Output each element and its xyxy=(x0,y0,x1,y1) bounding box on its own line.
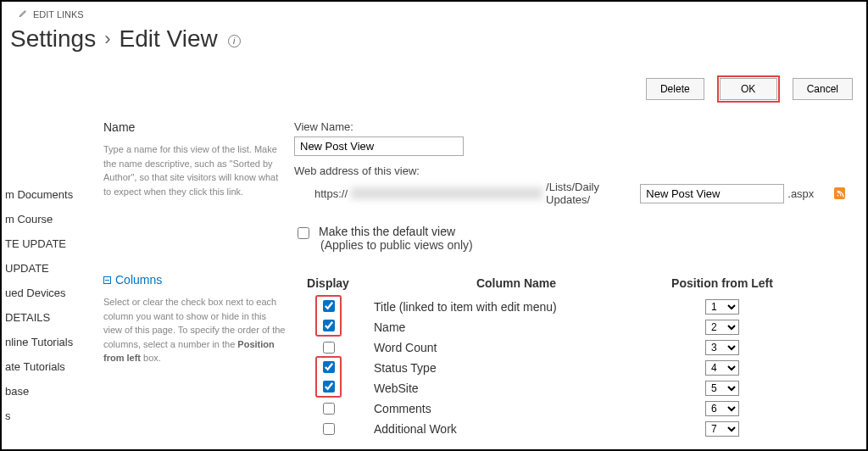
sidebar-item[interactable]: DETAILS xyxy=(5,311,95,324)
sidebar-item[interactable]: UPDATE xyxy=(5,262,95,275)
display-checkbox[interactable] xyxy=(323,300,335,312)
position-select[interactable]: 1234567 xyxy=(705,381,739,396)
url-suffix: .aspx xyxy=(787,187,814,200)
url-row: https:// /Lists/Daily Updates/ .aspx xyxy=(294,181,845,206)
column-name: Status Type xyxy=(362,361,659,375)
default-view-label: Make this the default view xyxy=(319,225,473,238)
section-columns: Columns Select or clear the check box ne… xyxy=(103,273,858,439)
breadcrumb-edit-view: Edit View xyxy=(120,25,218,53)
display-checkbox[interactable] xyxy=(323,361,335,373)
display-checkbox[interactable] xyxy=(323,403,335,415)
column-name: Word Count xyxy=(362,341,659,354)
table-row: Status Type1234567 xyxy=(294,358,786,378)
columns-desc-suffix: box. xyxy=(141,353,161,363)
sidebar-item[interactable]: ued Devices xyxy=(5,287,95,299)
position-select[interactable]: 1234567 xyxy=(705,320,739,335)
svg-point-0 xyxy=(837,195,838,197)
rss-icon[interactable] xyxy=(834,187,845,199)
column-name: Title (linked to item with edit menu) xyxy=(362,300,659,314)
view-name-input[interactable] xyxy=(294,136,464,156)
chevron-right-icon: › xyxy=(104,28,110,50)
table-row: Word Count1234567 xyxy=(294,337,786,358)
column-name: WebSite xyxy=(362,381,659,395)
sidebar-item[interactable]: ate Tutorials xyxy=(5,360,95,373)
columns-header: Display Column Name Position from Left xyxy=(294,273,786,297)
display-checkbox[interactable] xyxy=(323,342,335,354)
table-row: Name1234567 xyxy=(294,317,786,337)
column-name: Name xyxy=(362,320,659,334)
column-name: Comments xyxy=(362,402,659,415)
display-checkbox[interactable] xyxy=(323,320,335,331)
position-select[interactable]: 1234567 xyxy=(705,360,739,376)
columns-table: Display Column Name Position from Left T… xyxy=(294,273,786,439)
url-input[interactable] xyxy=(640,184,784,203)
table-row: Title (linked to item with edit menu)123… xyxy=(294,297,786,317)
delete-button[interactable]: Delete xyxy=(646,78,704,100)
info-icon[interactable]: i xyxy=(228,35,241,47)
position-select[interactable]: 1234567 xyxy=(705,340,739,355)
position-select[interactable]: 1234567 xyxy=(705,401,739,416)
view-name-label: View Name: xyxy=(294,120,845,133)
sidebar-item[interactable]: TE UPDATE xyxy=(5,237,95,250)
col-header-display: Display xyxy=(294,276,362,290)
action-buttons: Delete OK Cancel xyxy=(646,78,853,100)
table-row: Comments1234567 xyxy=(294,398,786,419)
sidebar: m Documentsm CourseTE UPDATEUPDATEued De… xyxy=(2,188,95,422)
edit-links[interactable]: EDIT LINKS xyxy=(19,8,84,19)
table-row: WebSite1234567 xyxy=(294,378,786,398)
name-section-title: Name xyxy=(103,120,286,134)
columns-section-title[interactable]: Columns xyxy=(103,273,162,287)
default-view-checkbox[interactable] xyxy=(298,227,309,239)
ok-button[interactable]: OK xyxy=(720,78,777,100)
display-checkbox[interactable] xyxy=(323,381,335,393)
url-prefix: https:// xyxy=(314,187,348,200)
url-redacted xyxy=(351,187,542,199)
section-name: Name Type a name for this view of the li… xyxy=(103,120,858,252)
position-select[interactable]: 1234567 xyxy=(705,421,739,437)
table-row: Additional Work1234567 xyxy=(294,419,786,439)
cancel-button[interactable]: Cancel xyxy=(793,78,853,100)
pencil-icon xyxy=(19,8,28,19)
edit-links-label: EDIT LINKS xyxy=(33,9,84,19)
default-view-row: Make this the default view (Applies to p… xyxy=(294,225,845,252)
display-checkbox[interactable] xyxy=(323,423,335,435)
position-select[interactable]: 1234567 xyxy=(705,299,739,315)
columns-section-desc: Select or clear the check box next to ea… xyxy=(103,295,286,365)
collapse-icon xyxy=(103,276,111,284)
sidebar-item[interactable]: s xyxy=(5,409,95,422)
sidebar-item[interactable]: base xyxy=(5,385,95,398)
breadcrumb-settings[interactable]: Settings xyxy=(10,25,96,53)
name-section-desc: Type a name for this view of the list. M… xyxy=(103,142,286,198)
sidebar-item[interactable]: m Course xyxy=(5,213,95,226)
column-name: Additional Work xyxy=(362,422,659,436)
web-address-label: Web address of this view: xyxy=(294,164,845,177)
sidebar-item[interactable]: m Documents xyxy=(5,188,95,201)
breadcrumb: Settings › Edit View i xyxy=(10,25,241,53)
col-header-pos: Position from Left xyxy=(659,276,786,290)
default-view-sub: (Applies to public views only) xyxy=(320,238,473,252)
col-header-name: Column Name xyxy=(362,276,659,290)
sidebar-item[interactable]: nline Tutorials xyxy=(5,336,95,348)
url-mid: /Lists/Daily Updates/ xyxy=(546,181,637,206)
columns-title-text: Columns xyxy=(115,273,162,287)
